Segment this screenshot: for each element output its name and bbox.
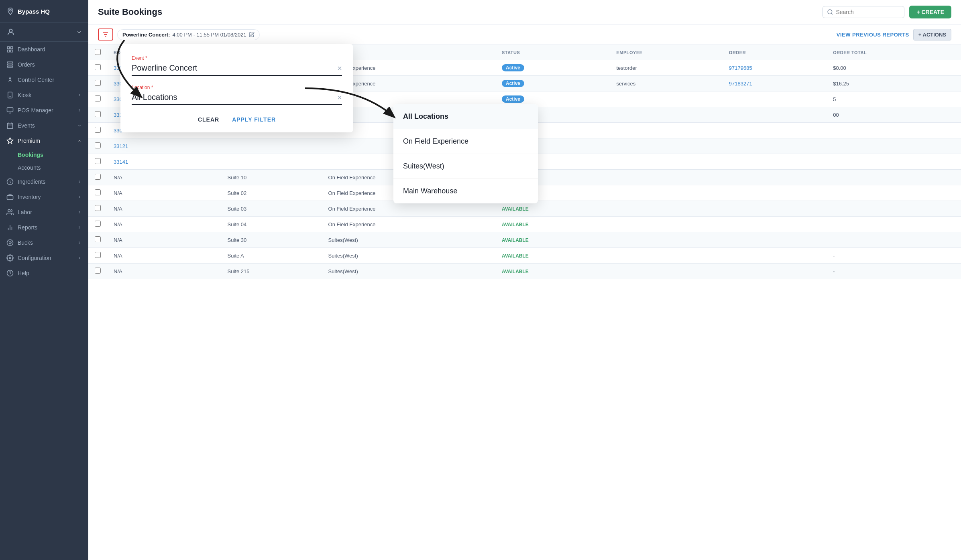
chevron-right-icon xyxy=(77,240,82,245)
sidebar-item-premium[interactable]: Premium xyxy=(0,133,88,148)
sidebar-item-help[interactable]: Help xyxy=(0,266,88,281)
row-checkbox[interactable] xyxy=(95,268,101,274)
chevron-right-icon xyxy=(77,179,82,184)
row-checkbox[interactable] xyxy=(95,111,101,117)
clear-filter-button[interactable]: CLEAR xyxy=(198,116,219,123)
suite-cell: Suite 04 xyxy=(221,217,322,232)
sidebar-item-bookings[interactable]: Bookings xyxy=(0,148,88,161)
booking-id-cell: N/A xyxy=(107,170,221,185)
ingredients-icon xyxy=(6,178,14,185)
row-checkbox[interactable] xyxy=(95,95,101,101)
row-checkbox[interactable] xyxy=(95,158,101,164)
subtoolbar-right: VIEW PREVIOUS REPORTS + ACTIONS xyxy=(837,29,951,41)
sidebar-item-ingredients[interactable]: Ingredients xyxy=(0,174,88,189)
sidebar-sub-label: Bookings xyxy=(18,152,43,158)
edit-icon[interactable] xyxy=(249,32,255,37)
sidebar-item-kiosk[interactable]: Kiosk xyxy=(0,87,88,103)
filter-actions: CLEAR APPLY FILTER xyxy=(132,116,342,123)
status-cell: Active xyxy=(495,76,610,91)
employee-cell xyxy=(610,264,722,279)
row-checkbox[interactable] xyxy=(95,142,101,148)
location-clear-button[interactable]: × xyxy=(337,93,342,101)
location-filter-value: All Locations xyxy=(132,93,337,102)
search-box[interactable] xyxy=(823,6,904,18)
event-clear-button[interactable]: × xyxy=(337,64,342,72)
sidebar-item-pos-manager[interactable]: POS Manager xyxy=(0,103,88,118)
employee-cell xyxy=(610,217,722,232)
order-cell xyxy=(723,170,827,185)
booking-id-cell: 33141 xyxy=(107,154,221,170)
sidebar-item-label: Kiosk xyxy=(18,92,31,98)
sidebar-item-inventory[interactable]: Inventory xyxy=(0,189,88,205)
select-all-checkbox[interactable] xyxy=(95,49,101,55)
actions-button[interactable]: + ACTIONS xyxy=(913,29,951,41)
location-option[interactable]: Main Warehouse xyxy=(393,179,538,203)
row-checkbox[interactable] xyxy=(95,189,101,195)
order-total-cell: - xyxy=(827,248,961,264)
row-checkbox[interactable] xyxy=(95,64,101,70)
order-link[interactable]: 97179685 xyxy=(729,65,752,71)
sidebar-item-bucks[interactable]: Bucks xyxy=(0,235,88,250)
control-icon xyxy=(6,76,14,83)
booking-link[interactable]: 33141 xyxy=(114,159,128,165)
order-link[interactable]: 97183271 xyxy=(729,81,752,87)
create-button[interactable]: + CREATE xyxy=(909,6,951,18)
sidebar-item-label: Events xyxy=(18,122,35,129)
employee-cell xyxy=(610,107,722,123)
location-option[interactable]: All Locations xyxy=(393,104,538,129)
sidebar-item-reports[interactable]: Reports xyxy=(0,220,88,235)
status-cell: AVAILABLE xyxy=(495,232,610,248)
user-menu[interactable] xyxy=(0,23,88,42)
sidebar-item-accounts[interactable]: Accounts xyxy=(0,161,88,174)
location-icon xyxy=(6,7,14,15)
event-badge: Powerline Concert: 4:00 PM - 11:55 PM 01… xyxy=(117,29,260,40)
order-total-cell xyxy=(827,232,961,248)
sidebar-item-orders[interactable]: Orders xyxy=(0,57,88,72)
sidebar-item-label: Ingredients xyxy=(18,179,45,185)
location-option[interactable]: Suites(West) xyxy=(393,154,538,179)
employee-cell xyxy=(610,154,722,170)
sidebar-item-control-center[interactable]: Control Center xyxy=(0,72,88,87)
svg-rect-7 xyxy=(7,64,13,65)
sidebar-item-label: Premium xyxy=(18,138,40,144)
suite-cell: Suite A xyxy=(221,248,322,264)
row-checkbox[interactable] xyxy=(95,127,101,133)
col-order: ORDER xyxy=(723,45,827,60)
row-checkbox-cell xyxy=(88,170,107,185)
filter-button[interactable] xyxy=(98,28,113,41)
chevron-right-icon xyxy=(77,210,82,215)
view-previous-reports-button[interactable]: VIEW PREVIOUS REPORTS xyxy=(837,32,909,38)
sidebar-item-dashboard[interactable]: Dashboard xyxy=(0,42,88,57)
row-checkbox[interactable] xyxy=(95,236,101,242)
search-input[interactable] xyxy=(836,9,900,15)
sidebar-item-labor[interactable]: Labor xyxy=(0,205,88,220)
booking-na: N/A xyxy=(114,253,122,259)
user-icon xyxy=(6,28,15,37)
sidebar-item-label: Bucks xyxy=(18,239,33,246)
employee-cell: testorder xyxy=(610,60,722,76)
row-checkbox[interactable] xyxy=(95,174,101,180)
col-status: STATUS xyxy=(495,45,610,60)
booking-id-cell: 33121 xyxy=(107,138,221,154)
row-checkbox[interactable] xyxy=(95,221,101,227)
booking-na: N/A xyxy=(114,268,122,274)
svg-point-1 xyxy=(9,29,12,32)
sidebar-item-label: Configuration xyxy=(18,255,51,261)
row-checkbox[interactable] xyxy=(95,252,101,258)
sidebar-item-configuration[interactable]: Configuration xyxy=(0,250,88,266)
row-checkbox-cell xyxy=(88,264,107,279)
sidebar-item-label: Control Center xyxy=(18,77,54,83)
suite-cell xyxy=(221,154,322,170)
apply-filter-button[interactable]: APPLY FILTER xyxy=(232,116,276,123)
employee-cell xyxy=(610,232,722,248)
sidebar-item-events[interactable]: Events xyxy=(0,118,88,133)
location-filter-field: Location * All Locations × xyxy=(132,85,342,105)
brand[interactable]: Bypass HQ xyxy=(0,0,88,23)
location-option[interactable]: On Field Experience xyxy=(393,129,538,154)
svg-line-28 xyxy=(832,13,833,14)
row-checkbox[interactable] xyxy=(95,80,101,86)
booking-link[interactable]: 33121 xyxy=(114,143,128,149)
booking-na: N/A xyxy=(114,237,122,243)
suite-cell: Suite 215 xyxy=(221,264,322,279)
row-checkbox[interactable] xyxy=(95,205,101,211)
